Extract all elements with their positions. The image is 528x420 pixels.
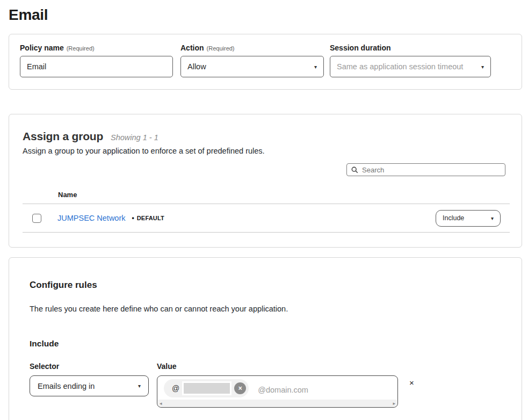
chevron-down-icon: ▾ <box>481 64 484 70</box>
rule-value-field[interactable]: @ × @domain.com ◂ ▸ <box>157 375 398 408</box>
chevron-down-icon: ▾ <box>314 64 317 70</box>
action-label: Action(Required) <box>180 44 324 52</box>
assign-group-title: Assign a group <box>23 130 103 143</box>
policy-name-input[interactable] <box>20 56 173 77</box>
email-tag-pill: @ × <box>164 379 249 397</box>
close-icon: × <box>238 385 242 392</box>
default-badge: • DEFAULT <box>132 214 165 222</box>
page-title: Email <box>9 6 528 24</box>
assign-group-description: Assign a group to your application to en… <box>23 147 509 155</box>
value-label: Value <box>157 362 177 371</box>
rule-labels-row: Selector Value <box>30 362 522 371</box>
policy-name-label: Policy name(Required) <box>20 44 173 52</box>
group-table: Name JUMPSEC Network • DEFAULT Include ▾ <box>23 191 510 233</box>
group-name-link[interactable]: JUMPSEC Network <box>57 214 126 222</box>
close-icon: × <box>409 378 414 387</box>
configure-rules-card: Configure rules The rules you create her… <box>9 257 522 420</box>
group-include-select[interactable]: Include ▾ <box>436 210 501 227</box>
group-search-input[interactable] <box>362 166 501 174</box>
chevron-down-icon: ▾ <box>491 215 494 221</box>
scroll-left-icon[interactable]: ◂ <box>160 401 162 406</box>
action-required-hint: (Required) <box>207 45 235 52</box>
rule-selector-select[interactable]: Emails ending in ▾ <box>30 375 149 396</box>
name-column-header: Name <box>23 191 510 204</box>
value-placeholder-text: @domain.com <box>258 386 308 394</box>
group-row-checkbox[interactable] <box>32 214 41 223</box>
action-label-text: Action <box>180 44 204 52</box>
session-duration-value: Same as application session timeout <box>337 62 463 71</box>
policy-name-required-hint: (Required) <box>67 45 95 52</box>
table-row: JUMPSEC Network • DEFAULT Include ▾ <box>23 204 510 233</box>
policy-name-field-group: Policy name(Required) <box>20 44 173 89</box>
horizontal-scrollbar[interactable]: ◂ ▸ <box>158 400 397 407</box>
showing-count: Showing 1 - 1 <box>111 133 158 142</box>
assign-group-header: Assign a group Showing 1 - 1 <box>23 130 509 143</box>
session-duration-select[interactable]: Same as application session timeout ▾ <box>330 56 491 77</box>
configure-rules-description: The rules you create here define who can… <box>30 305 522 313</box>
session-duration-label: Session duration <box>330 44 491 52</box>
email-tag-prefix: @ <box>172 384 179 393</box>
action-select-value: Allow <box>187 62 206 71</box>
group-search-box[interactable] <box>346 163 505 176</box>
default-badge-label: DEFAULT <box>137 215 164 221</box>
policy-name-label-text: Policy name <box>20 44 64 52</box>
remove-rule-button[interactable]: × <box>409 379 414 387</box>
redacted-email-value <box>182 381 232 395</box>
chevron-down-icon: ▾ <box>138 383 141 389</box>
search-icon <box>351 166 358 173</box>
bullet-icon: • <box>132 214 134 222</box>
rule-selector-value: Emails ending in <box>38 382 95 390</box>
selector-label: Selector <box>30 362 149 371</box>
tag-remove-button[interactable]: × <box>234 382 246 394</box>
group-include-value: Include <box>443 214 464 222</box>
configure-rules-title: Configure rules <box>30 280 522 291</box>
scroll-right-icon[interactable]: ▸ <box>393 401 395 406</box>
search-row <box>23 163 509 176</box>
policy-settings-card: Policy name(Required) Action(Required) A… <box>9 34 522 90</box>
action-field-group: Action(Required) Allow ▾ <box>180 44 324 89</box>
action-select[interactable]: Allow ▾ <box>180 56 324 77</box>
rule-controls-row: Emails ending in ▾ @ × @domain.com ◂ ▸ × <box>30 375 522 408</box>
assign-group-card: Assign a group Showing 1 - 1 Assign a gr… <box>9 114 522 248</box>
session-duration-field-group: Session duration Same as application ses… <box>330 44 491 89</box>
include-section-heading: Include <box>30 339 522 349</box>
